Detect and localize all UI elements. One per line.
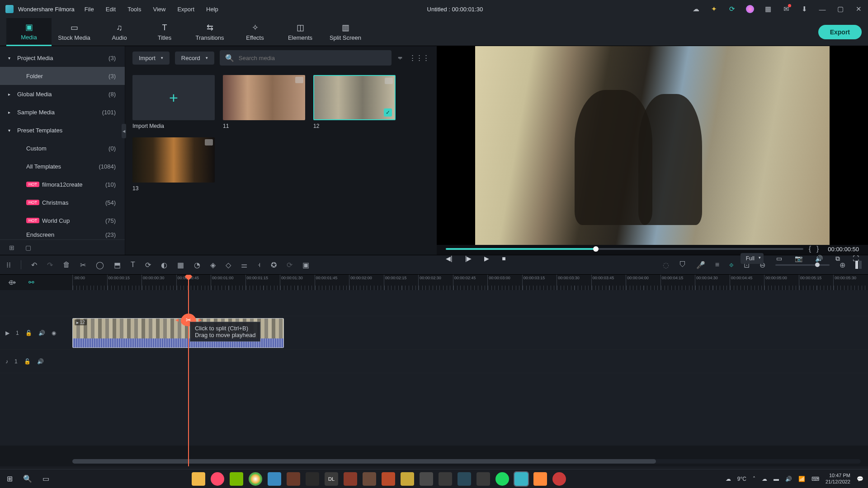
- timeline-scrollbar[interactable]: [72, 459, 861, 464]
- visibility-icon[interactable]: ◉: [52, 330, 56, 336]
- app-explorer[interactable]: [192, 472, 205, 486]
- tab-effects[interactable]: ✧Effects: [232, 18, 278, 46]
- shield-icon[interactable]: ⛉: [679, 261, 686, 269]
- weather-icon[interactable]: ☁: [726, 476, 731, 482]
- playlist-icon[interactable]: ≡: [715, 261, 719, 269]
- folder-open-icon[interactable]: ▢: [25, 244, 31, 251]
- mark-in-icon[interactable]: {: [809, 245, 811, 253]
- snapshot-icon[interactable]: 📷: [795, 255, 802, 262]
- app-game7[interactable]: [420, 472, 433, 486]
- mic-icon[interactable]: 🎤: [696, 261, 705, 269]
- locate-icon[interactable]: ⟴: [8, 278, 16, 286]
- app-game8[interactable]: [439, 472, 452, 486]
- tray-battery-icon[interactable]: ▬: [774, 476, 779, 482]
- menu-file[interactable]: File: [85, 6, 94, 13]
- sidebar-item[interactable]: HOTWorld Cup(75): [0, 211, 125, 230]
- adjust-icon[interactable]: ⚌: [241, 261, 247, 269]
- app-game2[interactable]: [306, 472, 319, 486]
- new-folder-icon[interactable]: ⊞: [9, 244, 14, 251]
- link-icon[interactable]: ⚯: [28, 278, 34, 286]
- sidebar-item[interactable]: All Templates(1084): [0, 157, 125, 175]
- app-filmora[interactable]: [514, 472, 528, 486]
- app-opera[interactable]: [211, 472, 224, 486]
- sidebar-item[interactable]: Sample Media(101): [0, 103, 125, 121]
- app-chrome[interactable]: [249, 472, 262, 486]
- message-icon[interactable]: ✉: [782, 5, 790, 13]
- search-input[interactable]: [239, 55, 386, 61]
- add-marker-icon[interactable]: ▣: [302, 261, 309, 269]
- download-icon[interactable]: ⬇: [800, 5, 808, 13]
- render-icon[interactable]: ⟳: [287, 261, 292, 269]
- tab-stock-media[interactable]: ▭Stock Media: [52, 18, 97, 46]
- tray-lang-icon[interactable]: ⌨: [811, 476, 819, 482]
- delete-icon[interactable]: 🗑: [63, 261, 70, 269]
- display-icon[interactable]: ▭: [776, 255, 782, 262]
- app-spotify[interactable]: [495, 472, 509, 486]
- app-game9[interactable]: [458, 472, 471, 486]
- system-clock[interactable]: 10:47 PM 21/12/2022: [826, 473, 850, 484]
- app-dl[interactable]: DL: [325, 472, 338, 486]
- close-icon[interactable]: ✕: [854, 5, 863, 13]
- app-game6[interactable]: [401, 472, 414, 486]
- sidebar-item[interactable]: Preset Templates: [0, 121, 125, 139]
- mask-icon[interactable]: ◯: [96, 261, 104, 269]
- ruler-track[interactable]: :00:0000:00:00:1500:00:00:3000:00:00:450…: [72, 275, 868, 290]
- lock-icon[interactable]: 🔓: [25, 330, 32, 336]
- tab-elements[interactable]: ◫Elements: [278, 18, 323, 46]
- mute-icon[interactable]: 🔊: [37, 358, 44, 365]
- speed-icon[interactable]: ⟳: [145, 261, 151, 269]
- sidebar-item[interactable]: Global Media(8): [0, 85, 125, 103]
- mute-icon[interactable]: 🔊: [38, 330, 45, 336]
- cloud-icon[interactable]: ☁: [692, 5, 700, 13]
- app-vlc[interactable]: [533, 472, 547, 486]
- support-icon[interactable]: ⟳: [728, 5, 736, 13]
- notifications-icon[interactable]: 💬: [857, 476, 863, 482]
- app-steam[interactable]: [268, 472, 281, 486]
- zoom-slider[interactable]: [775, 264, 830, 266]
- media-item-13[interactable]: 13: [132, 137, 215, 192]
- save-icon[interactable]: ▦: [764, 5, 772, 13]
- detect-icon[interactable]: ◈: [210, 261, 216, 269]
- audio-track-icon[interactable]: ♪: [5, 358, 8, 365]
- menu-help[interactable]: Help: [206, 6, 218, 13]
- duration-icon[interactable]: ◔: [194, 261, 200, 269]
- app-game3[interactable]: [344, 472, 357, 486]
- import-dropdown[interactable]: Import▾: [132, 52, 170, 65]
- mark-out-icon[interactable]: }: [816, 245, 819, 253]
- menu-export[interactable]: Export: [177, 6, 194, 13]
- tray-chevron-icon[interactable]: ˄: [753, 476, 755, 482]
- maximize-icon[interactable]: ▢: [836, 5, 844, 13]
- quality-select[interactable]: Full: [741, 253, 764, 264]
- text-icon[interactable]: T: [131, 261, 135, 269]
- app-game10[interactable]: [476, 472, 490, 486]
- tab-split-screen[interactable]: ▥Split Screen: [323, 18, 368, 46]
- minimize-icon[interactable]: ―: [818, 5, 826, 13]
- import-media-tile[interactable]: + Import Media: [132, 75, 215, 129]
- start-icon[interactable]: ⊞: [5, 474, 14, 484]
- play-icon[interactable]: ▶: [484, 255, 489, 262]
- menu-tools[interactable]: Tools: [127, 6, 141, 13]
- tab-titles[interactable]: TTitles: [142, 18, 187, 46]
- greenscreen-icon[interactable]: ▦: [177, 261, 184, 269]
- export-button[interactable]: Export: [818, 25, 862, 39]
- zoom-in-icon[interactable]: ⊕: [840, 261, 845, 269]
- options-icon[interactable]: ⁞⁞: [6, 261, 11, 269]
- menu-edit[interactable]: Edit: [106, 6, 116, 13]
- sidebar-item[interactable]: Endscreen(23): [0, 230, 125, 239]
- step-play-icon[interactable]: |▶: [465, 255, 472, 262]
- tab-media[interactable]: ▣Media: [6, 18, 52, 46]
- media-item-12[interactable]: ✓ 12: [313, 75, 396, 129]
- record-dropdown[interactable]: Record▾: [175, 52, 214, 65]
- tab-audio[interactable]: ♫Audio: [97, 18, 142, 46]
- redo-icon[interactable]: ↷: [47, 261, 53, 269]
- volume-icon[interactable]: 🔊: [815, 255, 823, 262]
- grid-view-icon[interactable]: ⋮⋮⋮: [409, 54, 429, 62]
- app-game4[interactable]: [363, 472, 376, 486]
- app-nvidia[interactable]: [230, 472, 243, 486]
- app-other[interactable]: [552, 472, 566, 486]
- taskview-icon[interactable]: ▭: [41, 474, 51, 484]
- keyframe-icon[interactable]: ◇: [226, 261, 231, 269]
- track-body[interactable]: [72, 350, 868, 373]
- color-icon[interactable]: ◐: [161, 261, 167, 269]
- video-track-icon[interactable]: ▶: [5, 330, 9, 336]
